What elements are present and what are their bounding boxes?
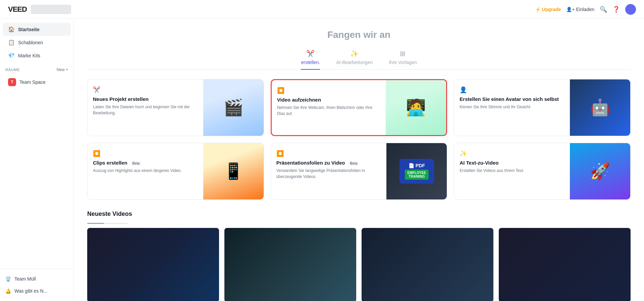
card-avatar-title: Erstellen Sie einen Avatar von sich selb… <box>460 96 565 102</box>
new-space-button[interactable]: New + <box>57 67 68 72</box>
brand-icon: 💎 <box>8 52 15 59</box>
card-avatar-inner: 👤 Erstellen Sie einen Avatar von sich se… <box>454 79 630 136</box>
home-icon: 🏠 <box>8 26 15 33</box>
tab-ai-bearbeitungen[interactable]: ✨ AI-Bearbeitungen <box>336 50 373 70</box>
main-content: Fangen wir an ✂️ erstellen. ✨ AI-Bearbei… <box>74 19 644 301</box>
sidebar-item-whats-new[interactable]: 🔔 Was gibt es N... <box>0 285 73 297</box>
bell-icon: 🔔 <box>5 288 11 294</box>
page-title: Fangen wir an <box>87 29 631 40</box>
topnav: VEED ⚡ Upgrade 👤+ Einladen 🔍 ❓ <box>0 0 644 19</box>
topnav-left: VEED <box>8 5 71 14</box>
scroll-thumb <box>87 223 104 224</box>
card-new-project-text: ✂️ Neues Projekt erstellen Laden Sie Ihr… <box>88 79 203 136</box>
layout: 🏠 Startseite 📋 Schablonen 💎 Marke Kits R… <box>0 19 644 301</box>
invite-button[interactable]: 👤+ Einladen <box>566 7 594 12</box>
card-record-video-inner: ⏺️ Video aufzeichnen Nehmen Sie Ihre Web… <box>272 80 446 135</box>
sparkle-icon: ✨ <box>350 50 359 58</box>
spaces-section-header: RÄUME New + <box>0 65 73 75</box>
card-clips-image: 📱 <box>203 143 264 199</box>
workspace-selector[interactable] <box>31 5 71 14</box>
ai-illustration: 🚀 <box>570 143 630 199</box>
tabs: ✂️ erstellen. ✨ AI-Bearbeitungen ⊞ Ihre … <box>87 50 631 70</box>
scissors-card-icon: ✂️ <box>93 86 198 94</box>
avatar-illustration: 🤖 <box>570 79 630 136</box>
card-avatar[interactable]: 👤 Erstellen Sie einen Avatar von sich se… <box>454 79 631 136</box>
card-presentation-title: Präsentationsfolien zu Video Beta <box>276 160 381 166</box>
card-record-video-desc: Nehmen Sie Ihre Webcam, Ihren Bildschirm… <box>277 105 381 117</box>
recent-videos-section: Neueste Videos <box>87 210 631 301</box>
template-icon: ⊞ <box>400 50 406 58</box>
card-avatar-desc: Klonen Sie Ihre Stimme und Ihr Gesicht <box>460 104 565 110</box>
person-illustration: 🧑‍💻 <box>386 80 446 135</box>
avatar-card-icon: 👤 <box>460 86 565 94</box>
card-new-project-desc: Laden Sie Ihre Dateien hoch und beginnen… <box>93 104 198 116</box>
beta-badge-presentation: Beta <box>348 161 359 166</box>
card-avatar-text: 👤 Erstellen Sie einen Avatar von sich se… <box>454 79 570 136</box>
sidebar-item-team-trash[interactable]: 🗑️ Team Müll <box>0 273 73 285</box>
scissors-icon: ✂️ <box>306 50 315 58</box>
avatar[interactable] <box>625 4 636 15</box>
card-record-video-text: ⏺️ Video aufzeichnen Nehmen Sie Ihre Web… <box>272 80 386 135</box>
video-thumb-3[interactable] <box>362 228 493 301</box>
recent-videos-title: Neueste Videos <box>87 210 631 218</box>
card-clips-inner: ⏺️ Clips erstellen Beta Auszug von Highl… <box>88 143 264 199</box>
trash-icon: 🗑️ <box>5 276 11 282</box>
sidebar-item-templates[interactable]: 📋 Schablonen <box>3 36 71 49</box>
card-ai-text-video-image: 🚀 <box>570 143 630 199</box>
card-presentation-text: ⏺️ Präsentationsfolien zu Video Beta Ver… <box>271 143 387 199</box>
topnav-right: ⚡ Upgrade 👤+ Einladen 🔍 ❓ <box>535 4 636 15</box>
card-new-project-inner: ✂️ Neues Projekt erstellen Laden Sie Ihr… <box>88 79 264 136</box>
logo: VEED <box>8 5 27 14</box>
card-presentation-image: 📄 PDF EMPLOYEETRAINING <box>386 143 447 199</box>
clips-illustration: 📱 <box>203 143 264 199</box>
card-new-project-title: Neues Projekt erstellen <box>93 96 198 102</box>
team-space-avatar: T <box>8 78 16 86</box>
video-thumb-4[interactable] <box>499 228 631 301</box>
card-clips-title: Clips erstellen Beta <box>93 160 198 166</box>
card-ai-text-video[interactable]: ✨ AI Text-zu-Video Erstellen Sie Videos … <box>454 143 631 200</box>
card-presentation-desc: Verwandeln Sie langweilige Präsentations… <box>276 168 381 180</box>
card-presentation[interactable]: ⏺️ Präsentationsfolien zu Video Beta Ver… <box>271 143 447 200</box>
upgrade-button[interactable]: ⚡ Upgrade <box>535 7 561 12</box>
sidebar: 🏠 Startseite 📋 Schablonen 💎 Marke Kits R… <box>0 19 74 301</box>
card-ai-text-video-inner: ✨ AI Text-zu-Video Erstellen Sie Videos … <box>454 143 630 199</box>
card-presentation-inner: ⏺️ Präsentationsfolien zu Video Beta Ver… <box>271 143 447 199</box>
scroll-indicator <box>87 223 127 224</box>
cards-grid: ✂️ Neues Projekt erstellen Laden Sie Ihr… <box>87 79 631 200</box>
film-illustration: 🎬 <box>203 79 264 136</box>
ai-card-icon: ✨ <box>460 150 565 157</box>
card-avatar-image: 🤖 <box>570 79 630 136</box>
clips-card-icon: ⏺️ <box>93 150 198 157</box>
card-clips-desc: Auszug von Highlights aus einem längeren… <box>93 168 198 174</box>
sidebar-item-brand-kits[interactable]: 💎 Marke Kits <box>3 49 71 62</box>
card-record-video-image: 🧑‍💻 <box>386 80 446 135</box>
video-strip <box>87 228 631 301</box>
search-button[interactable]: 🔍 <box>600 6 607 13</box>
card-ai-text-video-desc: Erstellen Sie Videos aus Ihrem Text. <box>460 168 565 174</box>
card-record-video[interactable]: ⏺️ Video aufzeichnen Nehmen Sie Ihre Web… <box>271 79 447 136</box>
help-button[interactable]: ❓ <box>612 6 620 13</box>
card-new-project-image: 🎬 <box>203 79 264 136</box>
video-thumb-2[interactable] <box>224 228 356 301</box>
card-new-project[interactable]: ✂️ Neues Projekt erstellen Laden Sie Ihr… <box>87 79 264 136</box>
record-card-icon: ⏺️ <box>277 87 381 94</box>
tab-erstellen[interactable]: ✂️ erstellen. <box>301 50 320 70</box>
beta-badge-clips: Beta <box>131 161 142 166</box>
lightning-icon: ⚡ <box>535 7 541 12</box>
templates-icon: 📋 <box>8 39 15 46</box>
sidebar-item-team-space[interactable]: T Team Space <box>3 75 71 89</box>
person-add-icon: 👤+ <box>566 7 575 12</box>
presentation-card-icon: ⏺️ <box>276 150 381 157</box>
card-record-video-title: Video aufzeichnen <box>277 97 381 103</box>
card-ai-text-video-text: ✨ AI Text-zu-Video Erstellen Sie Videos … <box>454 143 570 199</box>
card-ai-text-video-title: AI Text-zu-Video <box>460 160 565 166</box>
card-clips[interactable]: ⏺️ Clips erstellen Beta Auszug von Highl… <box>87 143 264 200</box>
tab-ihre-vorlagen[interactable]: ⊞ Ihre Vorlagen <box>389 50 417 70</box>
sidebar-item-home[interactable]: 🏠 Startseite <box>3 23 71 36</box>
card-clips-text: ⏺️ Clips erstellen Beta Auszug von Highl… <box>88 143 203 199</box>
presentation-illustration: 📄 PDF EMPLOYEETRAINING <box>386 143 447 199</box>
video-thumb-1[interactable] <box>87 228 219 301</box>
sidebar-bottom: 🗑️ Team Müll 🔔 Was gibt es N... <box>0 268 73 297</box>
